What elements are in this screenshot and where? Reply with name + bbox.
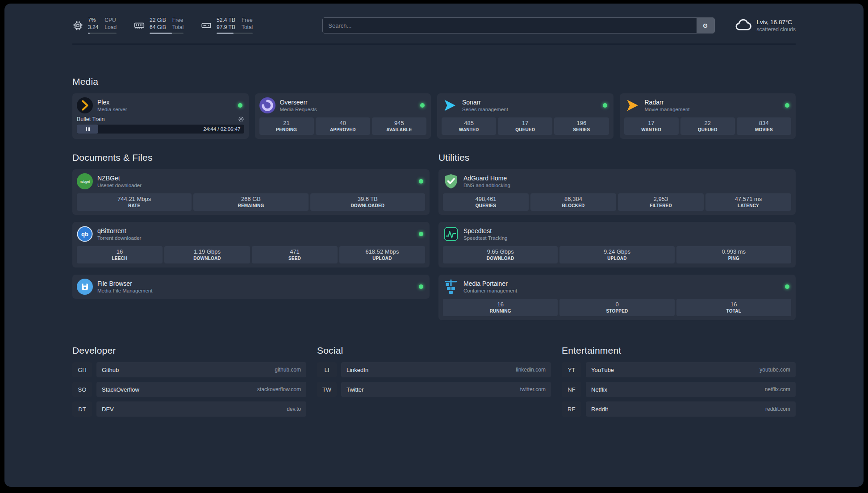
filebrowser-icon bbox=[77, 279, 93, 295]
bookmarks-area: DeveloperGHGithubgithub.comSOStackOverfl… bbox=[72, 345, 796, 421]
service-name: Media Portainer bbox=[463, 280, 517, 287]
disk-readout: 52.4 TB 97.9 TB Free Total bbox=[217, 17, 253, 34]
stat-value: 39.6 TB bbox=[311, 196, 424, 202]
section-title-documents: Documents & Files bbox=[72, 152, 430, 163]
service-card-qbittorrent[interactable]: qbqBittorrentTorrent downloader16LEECH1.… bbox=[72, 222, 430, 267]
now-playing-title: Bullet Train bbox=[77, 116, 105, 122]
weather-widget[interactable]: Lviv, 16.87°C scattered clouds bbox=[734, 15, 796, 36]
service-card-header: qbqBittorrentTorrent downloader bbox=[77, 226, 425, 242]
stat-queued: 22QUEUED bbox=[680, 117, 735, 135]
stat-value: 21 bbox=[260, 120, 313, 126]
memory-total-value: 64 GiB bbox=[150, 24, 166, 31]
service-name: qBittorrent bbox=[97, 227, 141, 234]
stat-label: APPROVED bbox=[317, 127, 369, 132]
bookmark-url: linkedin.com bbox=[516, 367, 546, 373]
cpu-progress-bar bbox=[88, 33, 117, 34]
stat-value: 498,461 bbox=[444, 196, 528, 202]
cpu-label: CPU bbox=[104, 17, 117, 24]
portainer-icon bbox=[443, 279, 459, 295]
service-card-plex[interactable]: PlexMedia serverBullet Train24:44 / 02:0… bbox=[72, 93, 249, 139]
stat-downloaded: 39.6 TBDOWNLOADED bbox=[310, 193, 425, 211]
memory-total-label: Total bbox=[172, 24, 184, 31]
search-bar: G bbox=[322, 17, 714, 33]
sonarr-icon bbox=[442, 97, 458, 113]
bookmark-abbr[interactable]: NF bbox=[562, 382, 581, 397]
service-subtitle: Media Requests bbox=[280, 107, 317, 112]
status-dot-online bbox=[785, 284, 789, 289]
bookmark-link[interactable]: LinkedInlinkedin.com bbox=[341, 362, 551, 377]
playback-time: 24:44 / 02:06:47 bbox=[203, 126, 240, 132]
stat-label: DOWNLOADED bbox=[311, 203, 424, 208]
service-titles: NZBGetUsenet downloader bbox=[97, 175, 142, 188]
bookmark-abbr[interactable]: DT bbox=[72, 401, 92, 417]
bookmark-link[interactable]: Redditreddit.com bbox=[586, 401, 796, 417]
bookmark-abbr[interactable]: GH bbox=[72, 362, 92, 377]
stat-label: SERIES bbox=[555, 127, 608, 132]
service-card-nzbget[interactable]: nzbgetNZBGetUsenet downloader744.21 Mbps… bbox=[72, 169, 430, 215]
service-stats: 16LEECH1.19 GbpsDOWNLOAD471SEED618.52 Mb… bbox=[77, 246, 425, 263]
bookmark-name: DEV bbox=[102, 406, 114, 413]
stat-label: REMAINING bbox=[194, 203, 307, 208]
stat-value: 266 GB bbox=[194, 196, 307, 202]
service-card-sonarr[interactable]: SonarrSeries management485WANTED17QUEUED… bbox=[437, 93, 613, 139]
bookmark-abbr[interactable]: LI bbox=[317, 362, 337, 377]
service-card-file-browser[interactable]: File BrowserMedia File Management bbox=[72, 275, 430, 299]
bookmark-abbr[interactable]: YT bbox=[562, 362, 581, 377]
service-card-adguard-home[interactable]: AdGuard HomeDNS and adblocking498,461QUE… bbox=[438, 169, 796, 215]
section-media: Media PlexMedia serverBullet Train24:44 … bbox=[72, 76, 796, 139]
service-card-header: nzbgetNZBGetUsenet downloader bbox=[77, 173, 425, 189]
search-provider-button[interactable]: G bbox=[697, 18, 714, 33]
bookmark-abbr[interactable]: RE bbox=[562, 401, 581, 417]
status-dot-online bbox=[420, 103, 425, 108]
memory-readout: 22 GiB 64 GiB Free Total bbox=[150, 17, 184, 34]
service-stats: 485WANTED17QUEUED196SERIES bbox=[442, 117, 609, 135]
disk-total-value: 97.9 TB bbox=[217, 24, 235, 31]
bookmark-dev: DTDEVdev.to bbox=[72, 401, 306, 417]
svg-text:nzbget: nzbget bbox=[80, 180, 90, 184]
media-cards-grid: PlexMedia serverBullet Train24:44 / 02:0… bbox=[72, 93, 796, 139]
playback-progress-bar[interactable]: 24:44 / 02:06:47 bbox=[77, 125, 244, 134]
bookmark-link[interactable]: Githubgithub.com bbox=[96, 362, 306, 377]
cpu-widget: 7% 3.24 CPU Load bbox=[72, 17, 117, 34]
service-titles: OverseerrMedia Requests bbox=[280, 99, 317, 112]
status-dot-online bbox=[419, 284, 423, 289]
service-card-overseerr[interactable]: OverseerrMedia Requests21PENDING40APPROV… bbox=[255, 93, 431, 139]
bookmark-abbr[interactable]: SO bbox=[72, 382, 92, 397]
service-name: Speedtest bbox=[463, 227, 507, 234]
service-subtitle: Media File Management bbox=[97, 288, 152, 293]
service-card-media-portainer[interactable]: Media PortainerContainer management16RUN… bbox=[438, 275, 796, 320]
pause-icon[interactable] bbox=[85, 125, 90, 133]
bookmark-name: StackOverflow bbox=[102, 386, 139, 393]
stat-label: WANTED bbox=[442, 127, 495, 132]
service-titles: File BrowserMedia File Management bbox=[97, 280, 152, 293]
stat-value: 17 bbox=[499, 120, 551, 126]
service-titles: Media PortainerContainer management bbox=[463, 280, 517, 293]
bookmark-link[interactable]: Netflixnetflix.com bbox=[586, 382, 796, 397]
stat-available: 945AVAILABLE bbox=[372, 117, 426, 135]
stat-wanted: 485WANTED bbox=[442, 117, 496, 135]
search-input[interactable] bbox=[323, 18, 696, 33]
bookmark-link[interactable]: StackOverflowstackoverflow.com bbox=[96, 382, 306, 397]
bookmark-url: netflix.com bbox=[765, 386, 790, 393]
overseerr-icon bbox=[259, 97, 275, 113]
service-card-radarr[interactable]: RadarrMovie management17WANTED22QUEUED83… bbox=[620, 93, 796, 139]
memory-free-value: 22 GiB bbox=[150, 17, 166, 24]
service-card-speedtest[interactable]: SpeedtestSpeedtest Tracking9.65 GbpsDOWN… bbox=[438, 222, 796, 267]
service-card-header: SpeedtestSpeedtest Tracking bbox=[443, 226, 791, 242]
stat-value: 16 bbox=[444, 301, 557, 308]
bookmark-link[interactable]: Twittertwitter.com bbox=[341, 382, 551, 397]
service-card-header: PlexMedia server bbox=[77, 97, 244, 113]
bookmark-link[interactable]: DEVdev.to bbox=[96, 401, 306, 417]
stat-value: 2,953 bbox=[619, 196, 703, 202]
service-stats: 16RUNNING0STOPPED16TOTAL bbox=[443, 299, 791, 316]
settings-gear-icon[interactable] bbox=[238, 116, 244, 122]
nzbget-icon: nzbget bbox=[77, 173, 93, 189]
stat-label: QUERIES bbox=[444, 203, 528, 208]
bookmark-abbr[interactable]: TW bbox=[317, 382, 337, 397]
stat-total: 16TOTAL bbox=[676, 299, 791, 316]
bookmark-name: Netflix bbox=[591, 386, 607, 393]
cloud-icon bbox=[734, 15, 752, 36]
bookmark-url: youtube.com bbox=[760, 367, 790, 373]
radarr-icon bbox=[624, 97, 640, 113]
bookmark-link[interactable]: YouTubeyoutube.com bbox=[586, 362, 796, 377]
